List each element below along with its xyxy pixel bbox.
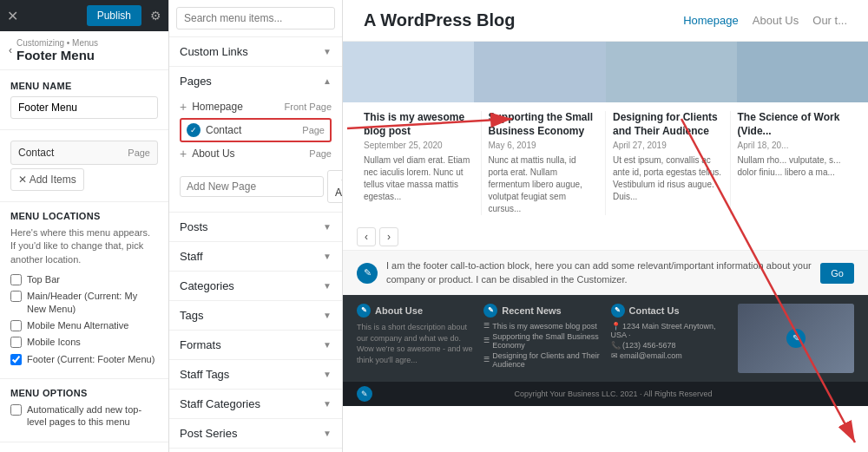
nav-back[interactable]: ‹ Customizing • Menus Footer Menu xyxy=(0,31,168,70)
footer-widgets: ✎ About Use This is a short description … xyxy=(343,295,868,382)
post-title-2: Supporting the Small Business Economy xyxy=(489,111,599,138)
blog-pagination: ‹ › xyxy=(343,224,868,250)
blog-title: A WordPress Blog xyxy=(364,10,515,30)
page-item-contact[interactable]: ✓ Contact Page xyxy=(180,118,332,142)
page-item-about[interactable]: + About Us Page xyxy=(180,142,332,165)
add-new-page-button[interactable]: + Add xyxy=(327,170,343,203)
post-excerpt-2: Nunc at mattis nulla, id porta erat. Nul… xyxy=(489,154,599,215)
settings-icon[interactable]: ⚙ xyxy=(150,9,161,23)
footer-news-link-1[interactable]: This is my awesome blog post xyxy=(483,322,600,331)
add-new-page-row: + Add xyxy=(180,170,332,203)
thumbnail-1 xyxy=(343,42,474,102)
post-date-1: September 25, 2020 xyxy=(364,141,474,150)
cta-text: I am the footer call-to-action block, he… xyxy=(386,259,812,286)
add-items-button[interactable]: ✕ Add Items xyxy=(10,168,84,191)
location-footer-checkbox[interactable] xyxy=(10,354,22,365)
location-mobile-icons-checkbox[interactable] xyxy=(10,337,22,348)
chevron-down-icon-staff: ▼ xyxy=(323,252,332,261)
footer-widget-news-title: ✎ Recent News xyxy=(483,304,600,318)
publish-button[interactable]: Publish xyxy=(87,5,141,26)
accordion-staff-tags-header[interactable]: Staff Tags ▼ xyxy=(169,360,342,389)
accordion-formats-header[interactable]: Formats ▼ xyxy=(169,331,342,359)
footer-bottom-edit-icon[interactable]: ✎ xyxy=(357,386,372,402)
cta-button[interactable]: Go xyxy=(820,263,854,284)
accordion-categories: Categories ▼ xyxy=(169,272,342,301)
page-title: Footer Menu xyxy=(16,48,98,62)
page-item-homepage[interactable]: + Homepage Front Page xyxy=(180,95,332,118)
nav-other[interactable]: Our t... xyxy=(812,14,847,27)
location-mainheader-checkbox[interactable] xyxy=(10,291,22,302)
location-mobile-alt-checkbox[interactable] xyxy=(10,320,22,331)
chevron-down-icon-staff-tags: ▼ xyxy=(323,370,332,379)
accordion-pages-body: + Homepage Front Page ✓ Contact Page + A… xyxy=(169,95,342,212)
footer-widget-about-title: ✎ About Use xyxy=(357,304,473,318)
location-mobile-alt: Mobile Menu Alternative xyxy=(10,319,158,331)
footer-copyright: Copyright Your Business LLC. 2021 · All … xyxy=(514,390,712,398)
add-new-page-input[interactable] xyxy=(180,176,324,197)
close-icon[interactable]: ✕ xyxy=(7,8,18,24)
footer-news-link-2[interactable]: Supporting the Small Business Economy xyxy=(483,332,600,350)
nav-homepage[interactable]: Homepage xyxy=(683,14,739,27)
post-date-2: May 6, 2019 xyxy=(489,141,599,150)
thumbnail-3 xyxy=(606,42,737,102)
footer-contact-icon: ✎ xyxy=(611,304,625,318)
footer-bottom: ✎ Copyright Your Business LLC. 2021 · Al… xyxy=(343,382,868,406)
menu-options-section: Menu Options Automatically add new top-l… xyxy=(0,379,168,442)
accordion-staff-header[interactable]: Staff ▼ xyxy=(169,242,342,271)
location-footer: Footer (Current: Footer Menu) xyxy=(10,353,158,365)
accordion-custom-links: Custom Links ▼ xyxy=(169,37,342,67)
accordion-categories-header[interactable]: Categories ▼ xyxy=(169,272,342,300)
accordion-tags-header[interactable]: Tags ▼ xyxy=(169,301,342,330)
accordion-post-series-header[interactable]: Post Series ▼ xyxy=(169,419,342,448)
footer-news-icon: ✎ xyxy=(483,304,497,318)
location-mobile-icons: Mobile Icons xyxy=(10,336,158,348)
chevron-down-icon-staff-cats: ▼ xyxy=(323,399,332,409)
footer-contact-email: ✉ email@email.com xyxy=(611,351,727,360)
post-excerpt-1: Nullam vel diam erat. Etiam nec iaculis … xyxy=(364,154,474,203)
accordion-staff-cats: Staff Categories ▼ xyxy=(169,390,342,419)
menu-name-section: Menu Name xyxy=(0,70,168,130)
accordion-posts-header[interactable]: Posts ▼ xyxy=(169,213,342,241)
accordion-pages-header[interactable]: Pages ▲ xyxy=(169,67,342,95)
post-excerpt-4: Nullam rho... vulputate, s... dolor fini… xyxy=(738,154,848,179)
footer-widget-contact: ✎ Contact Us 📍 1234 Main Street Anytown,… xyxy=(611,304,727,373)
prev-page-button[interactable]: ‹ xyxy=(357,227,376,246)
post-excerpt-3: Ut est ipsum, convallis ac ante id, port… xyxy=(613,154,723,203)
footer-image-edit-icon[interactable]: ✎ xyxy=(786,329,806,348)
footer-widget-image: ✎ xyxy=(738,304,854,373)
menu-item-type: Page xyxy=(128,147,150,158)
thumbnail-2 xyxy=(474,42,605,102)
accordion-staff-cats-header[interactable]: Staff Categories ▼ xyxy=(169,390,342,418)
nav-about[interactable]: About Us xyxy=(753,14,799,27)
blog-post-2: Supporting the Small Business Economy Ma… xyxy=(482,111,607,215)
location-topbar: Top Bar xyxy=(10,273,158,285)
menu-locations-description: Here's where this menu appears. If you'd… xyxy=(10,226,158,266)
thumbnail-4 xyxy=(737,42,868,102)
blog-post-1: This is my awesome blog post September 2… xyxy=(357,111,482,215)
top-bar: ✕ Publish ⚙ xyxy=(0,0,168,31)
auto-add-checkbox[interactable] xyxy=(10,404,22,416)
breadcrumb: Customizing • Menus xyxy=(16,38,98,48)
left-panel: ✕ Publish ⚙ ‹ Customizing • Menus Footer… xyxy=(0,0,169,452)
location-topbar-checkbox[interactable] xyxy=(10,274,22,285)
accordion-tags: Tags ▼ xyxy=(169,301,342,331)
chevron-down-icon: ▼ xyxy=(323,47,332,56)
accordion-custom-links-header[interactable]: Custom Links ▼ xyxy=(169,37,342,66)
footer-news-link-3[interactable]: Designing for Clients and Their Audience xyxy=(483,351,600,369)
menu-locations-label: Menu Locations xyxy=(10,211,158,221)
blog-posts: This is my awesome blog post September 2… xyxy=(343,102,868,224)
menu-name-input[interactable] xyxy=(10,96,158,119)
next-page-button[interactable]: › xyxy=(379,227,398,246)
post-title-3: Designing for Clients and Their Audience xyxy=(613,111,723,138)
post-date-3: April 27, 2019 xyxy=(613,141,723,150)
search-input[interactable] xyxy=(176,7,335,29)
delete-menu-link[interactable]: Delete Menu xyxy=(0,442,168,452)
footer-contact-phone: 📞 (123) 456-5678 xyxy=(611,341,727,350)
menu-item-contact[interactable]: Contact Page xyxy=(10,141,158,165)
menu-locations-section: Menu Locations Here's where this menu ap… xyxy=(0,202,168,379)
footer-contact-address: 📍 1234 Main Street Anytown, USA · xyxy=(611,322,727,339)
auto-add-option: Automatically add new top-level pages to… xyxy=(10,403,158,429)
accordion-staff-tags: Staff Tags ▼ xyxy=(169,360,342,390)
chevron-down-icon-post-series: ▼ xyxy=(323,429,332,438)
back-icon: ‹ xyxy=(9,44,12,56)
